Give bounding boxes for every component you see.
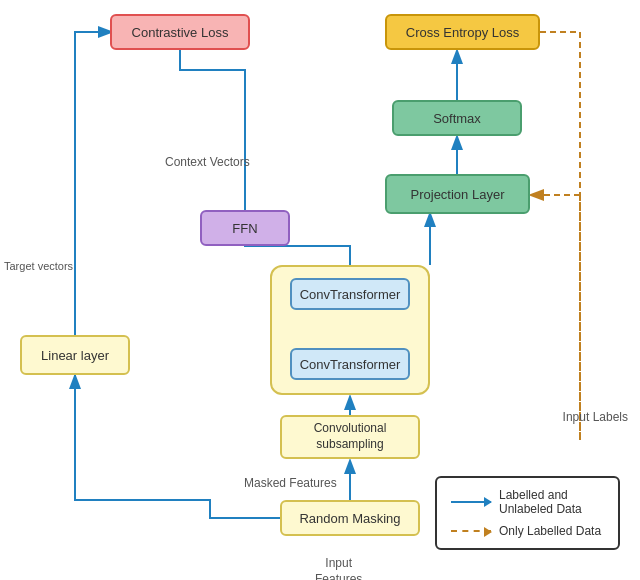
- cross-entropy-label: Cross Entropy Loss: [406, 25, 519, 40]
- legend-onlylabelled-text: Only Labelled Data: [499, 524, 601, 538]
- conv-subsampling-label: Convolutional subsampling: [314, 421, 387, 452]
- random-masking-label: Random Masking: [299, 511, 400, 526]
- conv-transformer-2-node: ConvTransformer: [290, 348, 410, 380]
- target-vectors-label: Target vectors: [4, 260, 73, 272]
- input-labels-label: Input Labels: [563, 410, 628, 424]
- projection-layer-node: Projection Layer: [385, 174, 530, 214]
- conv-subsampling-node: Convolutional subsampling: [280, 415, 420, 459]
- random-masking-node: Random Masking: [280, 500, 420, 536]
- legend-labelled-text: Labelled andUnlabeled Data: [499, 488, 582, 516]
- cross-entropy-loss-node: Cross Entropy Loss: [385, 14, 540, 50]
- projection-label: Projection Layer: [411, 187, 505, 202]
- softmax-label: Softmax: [433, 111, 481, 126]
- context-vectors-label: Context Vectors: [165, 155, 250, 169]
- conv-transformer-2-label: ConvTransformer: [300, 357, 401, 372]
- diagram: Contrastive Loss Cross Entropy Loss Soft…: [0, 0, 640, 580]
- legend-item-labelled: Labelled andUnlabeled Data: [451, 488, 604, 516]
- ffn-label: FFN: [232, 221, 257, 236]
- linear-layer-node: Linear layer: [20, 335, 130, 375]
- masked-features-label: Masked Features: [244, 476, 337, 490]
- legend: Labelled andUnlabeled Data Only Labelled…: [435, 476, 620, 550]
- linear-layer-label: Linear layer: [41, 348, 109, 363]
- softmax-node: Softmax: [392, 100, 522, 136]
- contrastive-loss-label: Contrastive Loss: [132, 25, 229, 40]
- conv-transformer-1-label: ConvTransformer: [300, 287, 401, 302]
- ffn-node: FFN: [200, 210, 290, 246]
- legend-item-onlylabelled: Only Labelled Data: [451, 524, 604, 538]
- input-features-label: InputFeatures: [315, 556, 362, 580]
- contrastive-loss-node: Contrastive Loss: [110, 14, 250, 50]
- conv-transformer-1-node: ConvTransformer: [290, 278, 410, 310]
